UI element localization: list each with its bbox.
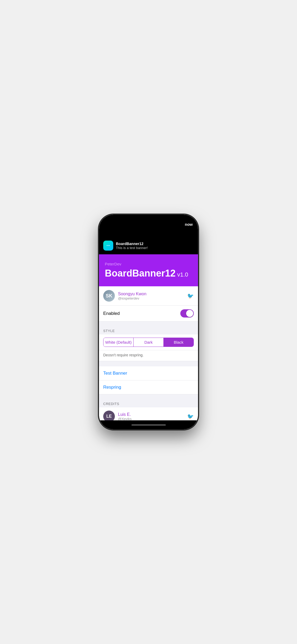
toggle-knob [186,310,193,317]
style-btn-dark[interactable]: Dark [134,338,164,347]
credit-twitter-icon-0[interactable]: 🐦 [187,413,194,420]
home-indicator [99,420,198,429]
credits-section: LE Luis E. @Xeviks 🐦 J Jake @the_ca [99,407,198,420]
app-icon: ··· [103,241,113,251]
enabled-toggle-row[interactable]: Enabled [99,306,198,321]
test-banner-row[interactable]: Test Banner [99,366,198,380]
enabled-toggle[interactable] [180,309,194,318]
credit-handle-0: @Xeviks [118,417,184,421]
style-note: Deosn't require respring. [99,350,198,361]
hero-developer: PeterDev [105,262,192,266]
home-bar [131,424,166,426]
style-buttons: White (Default) Dark Black [103,338,194,347]
hero-version: v1.0 [176,271,188,278]
separator-2 [99,361,198,366]
author-name: Soongyu Kwon [118,292,184,296]
credits-section-header: CREDITS [99,400,198,407]
test-banner-link[interactable]: Test Banner [103,371,127,376]
app-icon-dots: ··· [106,243,110,248]
author-handle: @iospeterdev [118,296,184,300]
style-btn-white[interactable]: White (Default) [103,338,134,347]
author-avatar: SK [103,290,115,302]
phone-device: now ··· BoardBanner12 This is a test ban… [99,215,198,429]
hero-banner: PeterDev BoardBanner12 v1.0 [99,254,198,286]
phone-screen: now ··· BoardBanner12 This is a test ban… [99,215,198,429]
enabled-label: Enabled [103,311,120,316]
author-avatar-img: SK [103,290,115,302]
credit-info-0: Luis E. @Xeviks [118,412,184,421]
notch [129,215,168,223]
separator-3 [99,394,198,400]
twitter-icon[interactable]: 🐦 [187,293,194,299]
author-info: Soongyu Kwon @iospeterdev [118,292,184,300]
style-section-header: STYLE [99,327,198,334]
hero-app-name: BoardBanner12 [105,268,176,279]
notif-text: BoardBanner12 This is a test banner! [116,242,194,250]
hero-title: BoardBanner12 v1.0 [105,268,192,279]
credit-avatar-img-0: LE [103,411,115,420]
separator-1 [99,321,198,327]
credit-row-0[interactable]: LE Luis E. @Xeviks 🐦 [99,407,198,420]
respring-link[interactable]: Respring [103,385,121,390]
main-content[interactable]: PeterDev BoardBanner12 v1.0 SK Soongyu K… [99,254,198,420]
style-btn-black[interactable]: Black [164,338,194,347]
style-selector: White (Default) Dark Black [99,334,198,350]
respring-row[interactable]: Respring [99,380,198,394]
credit-name-0: Luis E. [118,412,184,417]
notch-area: now [99,215,198,238]
status-time: now [185,222,193,227]
notification-banner[interactable]: ··· BoardBanner12 This is a test banner! [99,238,198,254]
notif-title: BoardBanner12 [116,242,194,246]
credit-avatar-0: LE [103,411,115,420]
author-row[interactable]: SK Soongyu Kwon @iospeterdev 🐦 [99,286,198,306]
notif-subtitle: This is a test banner! [116,246,194,250]
